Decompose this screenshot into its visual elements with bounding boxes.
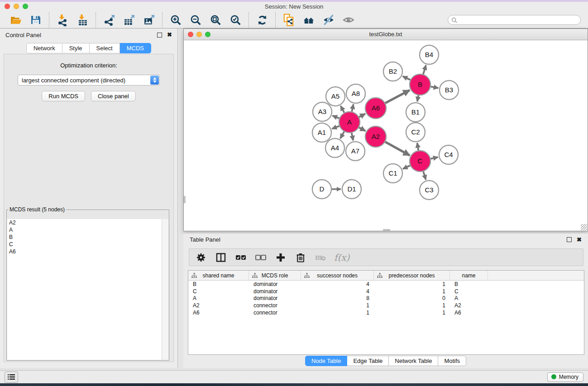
edge-A-A5[interactable]: [340, 106, 344, 113]
table-cell[interactable]: 4: [301, 281, 374, 287]
resize-grip-icon[interactable]: [581, 224, 587, 230]
table-cell[interactable]: 4: [301, 288, 374, 295]
edge-C-C1[interactable]: [403, 166, 410, 169]
show-panels-button[interactable]: [342, 14, 355, 26]
tab-style[interactable]: Style: [62, 43, 90, 53]
node-C3[interactable]: C3: [420, 181, 439, 200]
node-A7[interactable]: A7: [346, 142, 365, 161]
edge-A-A3[interactable]: [332, 116, 339, 119]
table-cell[interactable]: 1: [301, 310, 374, 316]
split-panel-button[interactable]: [215, 251, 227, 263]
node-A4[interactable]: A4: [325, 138, 344, 157]
network-window-titlebar[interactable]: testGlobe.txt: [184, 29, 588, 40]
node-A5[interactable]: A5: [326, 87, 345, 106]
refresh-view-button[interactable]: [256, 14, 268, 26]
mcds-result-item[interactable]: C: [7, 241, 168, 248]
vertical-scrollbar-nub[interactable]: [184, 196, 186, 203]
table-row[interactable]: A2connector11A2: [188, 302, 584, 309]
column-header-MCDS-role[interactable]: MCDS role: [249, 271, 301, 280]
node-A[interactable]: A: [339, 112, 360, 133]
mcds-result-item[interactable]: A: [7, 226, 168, 234]
table-cell[interactable]: dominator: [249, 281, 301, 287]
criterion-select[interactable]: largest connected component (directed): [18, 75, 160, 86]
tab-select[interactable]: Select: [90, 43, 120, 53]
node-B3[interactable]: B3: [440, 81, 459, 100]
edge-A-A1[interactable]: [332, 126, 339, 129]
node-C2[interactable]: C2: [406, 123, 425, 142]
tab-mcds[interactable]: MCDS: [120, 43, 151, 53]
close-table-panel-icon[interactable]: ✖: [577, 238, 582, 242]
table-cell[interactable]: 0: [374, 295, 450, 301]
node-A6[interactable]: A6: [365, 98, 386, 119]
node-B2[interactable]: B2: [383, 62, 402, 81]
table-cell[interactable]: connector: [249, 310, 301, 316]
table-cell[interactable]: 1: [301, 302, 374, 309]
table-cell[interactable]: 8: [301, 295, 374, 301]
edge-C-C2[interactable]: [417, 143, 419, 151]
zoom-in-button[interactable]: [169, 14, 182, 26]
show-home-button[interactable]: [302, 14, 315, 26]
table-cell[interactable]: A: [450, 295, 488, 301]
table-cell[interactable]: connector: [249, 302, 301, 309]
table-cell[interactable]: dominator: [249, 295, 301, 301]
tab-motifs[interactable]: Motifs: [438, 356, 466, 366]
node-C1[interactable]: C1: [383, 164, 402, 183]
table-cell[interactable]: 1: [374, 302, 450, 309]
select-all-button[interactable]: [234, 251, 247, 263]
delete-table-button[interactable]: [314, 251, 326, 263]
edge-A-A7[interactable]: [352, 133, 353, 141]
column-header-name[interactable]: name: [450, 271, 488, 280]
export-table-button[interactable]: [123, 14, 135, 26]
add-column-button[interactable]: [274, 251, 287, 263]
zoom-selected-button[interactable]: [229, 14, 242, 26]
column-header-shared-name[interactable]: shared name: [188, 271, 249, 280]
task-history-button[interactable]: [5, 372, 18, 383]
open-session-button[interactable]: [10, 14, 22, 26]
deselect-all-button[interactable]: [254, 251, 267, 263]
table-row[interactable]: A6connector11A6: [188, 309, 584, 316]
node-B4[interactable]: B4: [420, 45, 439, 64]
edge-B-B1[interactable]: [417, 95, 418, 102]
duplicate-network-button[interactable]: [282, 14, 295, 26]
float-table-panel-icon[interactable]: [567, 237, 572, 242]
table-cell[interactable]: B: [188, 281, 249, 287]
table-cell[interactable]: 1: [374, 281, 450, 287]
table-cell[interactable]: C: [188, 288, 249, 295]
horizontal-scrollbar-nub[interactable]: [383, 229, 390, 231]
table-cell[interactable]: A6: [188, 310, 249, 316]
tab-node-table[interactable]: Node Table: [305, 356, 348, 366]
save-session-button[interactable]: [29, 14, 42, 26]
memory-button[interactable]: Memory: [547, 372, 583, 382]
node-D[interactable]: D: [312, 180, 331, 199]
edge-A-A8[interactable]: [352, 104, 354, 111]
export-network-button[interactable]: [103, 14, 115, 26]
delete-columns-button[interactable]: [294, 251, 306, 263]
edge-A-A6[interactable]: [359, 114, 365, 117]
zoom-out-button[interactable]: [189, 14, 202, 26]
import-network-button[interactable]: [56, 14, 69, 26]
node-D1[interactable]: D1: [342, 180, 361, 199]
close-panel-icon[interactable]: ✖: [167, 33, 172, 37]
search-input[interactable]: [459, 16, 577, 24]
edge-C-C3[interactable]: [423, 172, 426, 180]
network-canvas[interactable]: B4B2BB3A8A5A6A3B1AA1C2A2A4A7C4CC1C3DD1: [184, 40, 588, 231]
node-A3[interactable]: A3: [313, 102, 332, 121]
edge-B-B4[interactable]: [423, 65, 426, 74]
table-cell[interactable]: A: [188, 295, 249, 301]
node-A8[interactable]: A8: [346, 84, 365, 103]
edge-C-C4[interactable]: [430, 157, 438, 159]
tab-edge-table[interactable]: Edge Table: [347, 356, 389, 366]
table-cell[interactable]: A2: [450, 302, 488, 309]
mcds-result-item[interactable]: A2: [7, 219, 168, 226]
table-row[interactable]: Bdominator41B: [188, 281, 584, 288]
table-cell[interactable]: C: [450, 288, 488, 295]
float-panel-icon[interactable]: [157, 33, 162, 38]
table-row[interactable]: Cdominator41C: [188, 288, 584, 295]
table-row[interactable]: Adominator80A: [188, 295, 584, 302]
hide-panels-button[interactable]: [322, 14, 335, 26]
edge-A-A4[interactable]: [340, 132, 344, 138]
tab-network[interactable]: Network: [26, 43, 62, 53]
edge-B-B3[interactable]: [431, 86, 439, 88]
zoom-fit-button[interactable]: [209, 14, 222, 26]
node-B1[interactable]: B1: [406, 103, 425, 122]
